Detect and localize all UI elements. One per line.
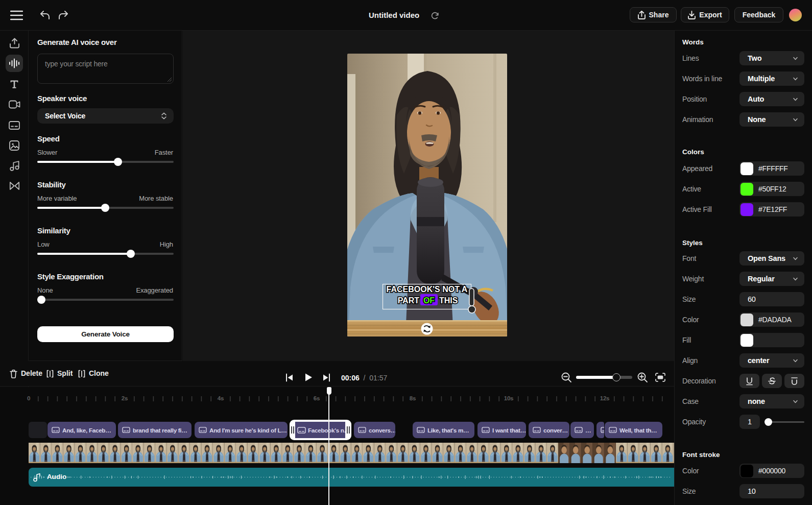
svg-text:FACEBOOK'S NOT A: FACEBOOK'S NOT A xyxy=(387,285,468,294)
svg-text:OF: OF xyxy=(423,296,435,305)
svg-text:THIS: THIS xyxy=(439,296,458,305)
svg-text:PART: PART xyxy=(398,296,420,305)
